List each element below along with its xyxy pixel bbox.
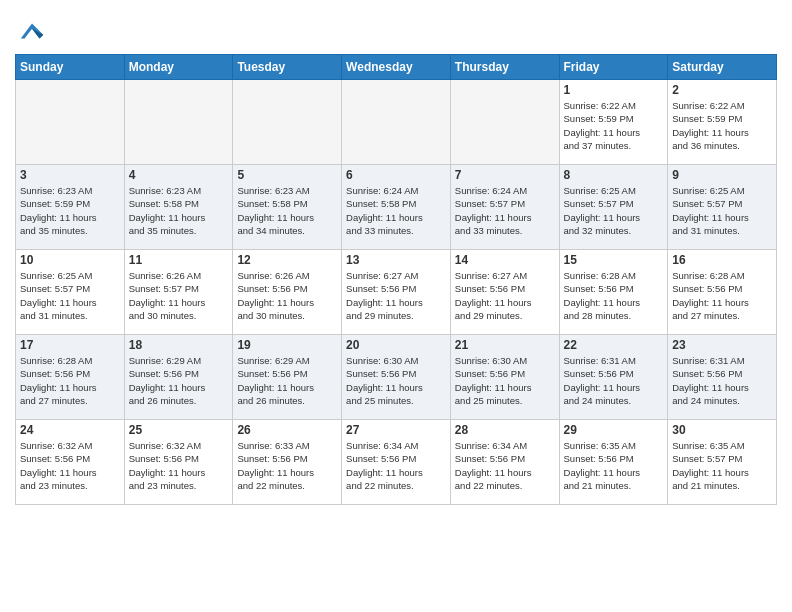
day-info: Sunrise: 6:31 AM Sunset: 5:56 PM Dayligh… bbox=[564, 354, 664, 407]
day-info: Sunrise: 6:30 AM Sunset: 5:56 PM Dayligh… bbox=[346, 354, 446, 407]
day-info: Sunrise: 6:25 AM Sunset: 5:57 PM Dayligh… bbox=[672, 184, 772, 237]
calendar-week-3: 10Sunrise: 6:25 AM Sunset: 5:57 PM Dayli… bbox=[16, 250, 777, 335]
calendar-cell: 27Sunrise: 6:34 AM Sunset: 5:56 PM Dayli… bbox=[342, 420, 451, 505]
calendar-cell: 24Sunrise: 6:32 AM Sunset: 5:56 PM Dayli… bbox=[16, 420, 125, 505]
calendar-cell: 2Sunrise: 6:22 AM Sunset: 5:59 PM Daylig… bbox=[668, 80, 777, 165]
day-info: Sunrise: 6:23 AM Sunset: 5:58 PM Dayligh… bbox=[129, 184, 229, 237]
day-info: Sunrise: 6:32 AM Sunset: 5:56 PM Dayligh… bbox=[20, 439, 120, 492]
day-info: Sunrise: 6:30 AM Sunset: 5:56 PM Dayligh… bbox=[455, 354, 555, 407]
calendar-cell: 11Sunrise: 6:26 AM Sunset: 5:57 PM Dayli… bbox=[124, 250, 233, 335]
calendar-cell: 19Sunrise: 6:29 AM Sunset: 5:56 PM Dayli… bbox=[233, 335, 342, 420]
col-header-saturday: Saturday bbox=[668, 55, 777, 80]
col-header-wednesday: Wednesday bbox=[342, 55, 451, 80]
calendar-header-row: SundayMondayTuesdayWednesdayThursdayFrid… bbox=[16, 55, 777, 80]
logo-content bbox=[15, 16, 47, 46]
day-info: Sunrise: 6:25 AM Sunset: 5:57 PM Dayligh… bbox=[20, 269, 120, 322]
calendar-cell: 7Sunrise: 6:24 AM Sunset: 5:57 PM Daylig… bbox=[450, 165, 559, 250]
calendar-cell bbox=[16, 80, 125, 165]
day-number: 3 bbox=[20, 168, 120, 182]
day-info: Sunrise: 6:31 AM Sunset: 5:56 PM Dayligh… bbox=[672, 354, 772, 407]
calendar-cell bbox=[233, 80, 342, 165]
day-info: Sunrise: 6:27 AM Sunset: 5:56 PM Dayligh… bbox=[455, 269, 555, 322]
col-header-sunday: Sunday bbox=[16, 55, 125, 80]
calendar-cell: 5Sunrise: 6:23 AM Sunset: 5:58 PM Daylig… bbox=[233, 165, 342, 250]
logo-icon bbox=[17, 16, 47, 46]
day-info: Sunrise: 6:22 AM Sunset: 5:59 PM Dayligh… bbox=[672, 99, 772, 152]
day-info: Sunrise: 6:29 AM Sunset: 5:56 PM Dayligh… bbox=[237, 354, 337, 407]
calendar-cell: 3Sunrise: 6:23 AM Sunset: 5:59 PM Daylig… bbox=[16, 165, 125, 250]
day-number: 26 bbox=[237, 423, 337, 437]
calendar-cell bbox=[342, 80, 451, 165]
calendar-table: SundayMondayTuesdayWednesdayThursdayFrid… bbox=[15, 54, 777, 505]
calendar-cell: 17Sunrise: 6:28 AM Sunset: 5:56 PM Dayli… bbox=[16, 335, 125, 420]
calendar-cell: 12Sunrise: 6:26 AM Sunset: 5:56 PM Dayli… bbox=[233, 250, 342, 335]
day-number: 10 bbox=[20, 253, 120, 267]
day-number: 13 bbox=[346, 253, 446, 267]
day-number: 1 bbox=[564, 83, 664, 97]
day-number: 7 bbox=[455, 168, 555, 182]
calendar-cell: 14Sunrise: 6:27 AM Sunset: 5:56 PM Dayli… bbox=[450, 250, 559, 335]
day-number: 23 bbox=[672, 338, 772, 352]
day-info: Sunrise: 6:25 AM Sunset: 5:57 PM Dayligh… bbox=[564, 184, 664, 237]
day-number: 2 bbox=[672, 83, 772, 97]
day-info: Sunrise: 6:23 AM Sunset: 5:59 PM Dayligh… bbox=[20, 184, 120, 237]
day-number: 6 bbox=[346, 168, 446, 182]
calendar-cell: 29Sunrise: 6:35 AM Sunset: 5:56 PM Dayli… bbox=[559, 420, 668, 505]
day-info: Sunrise: 6:23 AM Sunset: 5:58 PM Dayligh… bbox=[237, 184, 337, 237]
day-number: 8 bbox=[564, 168, 664, 182]
day-info: Sunrise: 6:34 AM Sunset: 5:56 PM Dayligh… bbox=[455, 439, 555, 492]
day-info: Sunrise: 6:26 AM Sunset: 5:56 PM Dayligh… bbox=[237, 269, 337, 322]
day-number: 14 bbox=[455, 253, 555, 267]
day-info: Sunrise: 6:28 AM Sunset: 5:56 PM Dayligh… bbox=[672, 269, 772, 322]
day-info: Sunrise: 6:32 AM Sunset: 5:56 PM Dayligh… bbox=[129, 439, 229, 492]
col-header-friday: Friday bbox=[559, 55, 668, 80]
day-number: 30 bbox=[672, 423, 772, 437]
calendar-cell: 13Sunrise: 6:27 AM Sunset: 5:56 PM Dayli… bbox=[342, 250, 451, 335]
day-number: 24 bbox=[20, 423, 120, 437]
day-info: Sunrise: 6:27 AM Sunset: 5:56 PM Dayligh… bbox=[346, 269, 446, 322]
day-number: 20 bbox=[346, 338, 446, 352]
calendar-week-1: 1Sunrise: 6:22 AM Sunset: 5:59 PM Daylig… bbox=[16, 80, 777, 165]
calendar-cell: 16Sunrise: 6:28 AM Sunset: 5:56 PM Dayli… bbox=[668, 250, 777, 335]
day-number: 18 bbox=[129, 338, 229, 352]
day-number: 5 bbox=[237, 168, 337, 182]
calendar-cell: 18Sunrise: 6:29 AM Sunset: 5:56 PM Dayli… bbox=[124, 335, 233, 420]
day-number: 22 bbox=[564, 338, 664, 352]
col-header-tuesday: Tuesday bbox=[233, 55, 342, 80]
day-info: Sunrise: 6:28 AM Sunset: 5:56 PM Dayligh… bbox=[564, 269, 664, 322]
calendar-cell: 30Sunrise: 6:35 AM Sunset: 5:57 PM Dayli… bbox=[668, 420, 777, 505]
calendar-cell: 21Sunrise: 6:30 AM Sunset: 5:56 PM Dayli… bbox=[450, 335, 559, 420]
calendar-cell: 4Sunrise: 6:23 AM Sunset: 5:58 PM Daylig… bbox=[124, 165, 233, 250]
day-info: Sunrise: 6:24 AM Sunset: 5:57 PM Dayligh… bbox=[455, 184, 555, 237]
calendar-page: SundayMondayTuesdayWednesdayThursdayFrid… bbox=[0, 0, 792, 520]
col-header-monday: Monday bbox=[124, 55, 233, 80]
day-number: 11 bbox=[129, 253, 229, 267]
calendar-cell: 20Sunrise: 6:30 AM Sunset: 5:56 PM Dayli… bbox=[342, 335, 451, 420]
header bbox=[15, 10, 777, 46]
day-number: 19 bbox=[237, 338, 337, 352]
calendar-cell: 1Sunrise: 6:22 AM Sunset: 5:59 PM Daylig… bbox=[559, 80, 668, 165]
calendar-cell bbox=[124, 80, 233, 165]
day-info: Sunrise: 6:24 AM Sunset: 5:58 PM Dayligh… bbox=[346, 184, 446, 237]
logo bbox=[15, 16, 47, 46]
day-info: Sunrise: 6:34 AM Sunset: 5:56 PM Dayligh… bbox=[346, 439, 446, 492]
day-number: 9 bbox=[672, 168, 772, 182]
day-info: Sunrise: 6:26 AM Sunset: 5:57 PM Dayligh… bbox=[129, 269, 229, 322]
day-info: Sunrise: 6:33 AM Sunset: 5:56 PM Dayligh… bbox=[237, 439, 337, 492]
col-header-thursday: Thursday bbox=[450, 55, 559, 80]
calendar-week-2: 3Sunrise: 6:23 AM Sunset: 5:59 PM Daylig… bbox=[16, 165, 777, 250]
calendar-cell: 15Sunrise: 6:28 AM Sunset: 5:56 PM Dayli… bbox=[559, 250, 668, 335]
day-info: Sunrise: 6:35 AM Sunset: 5:57 PM Dayligh… bbox=[672, 439, 772, 492]
day-number: 12 bbox=[237, 253, 337, 267]
calendar-cell: 22Sunrise: 6:31 AM Sunset: 5:56 PM Dayli… bbox=[559, 335, 668, 420]
calendar-cell: 6Sunrise: 6:24 AM Sunset: 5:58 PM Daylig… bbox=[342, 165, 451, 250]
day-number: 25 bbox=[129, 423, 229, 437]
calendar-cell: 25Sunrise: 6:32 AM Sunset: 5:56 PM Dayli… bbox=[124, 420, 233, 505]
calendar-cell: 9Sunrise: 6:25 AM Sunset: 5:57 PM Daylig… bbox=[668, 165, 777, 250]
day-info: Sunrise: 6:28 AM Sunset: 5:56 PM Dayligh… bbox=[20, 354, 120, 407]
day-number: 29 bbox=[564, 423, 664, 437]
calendar-week-5: 24Sunrise: 6:32 AM Sunset: 5:56 PM Dayli… bbox=[16, 420, 777, 505]
day-number: 17 bbox=[20, 338, 120, 352]
calendar-cell: 23Sunrise: 6:31 AM Sunset: 5:56 PM Dayli… bbox=[668, 335, 777, 420]
day-number: 28 bbox=[455, 423, 555, 437]
